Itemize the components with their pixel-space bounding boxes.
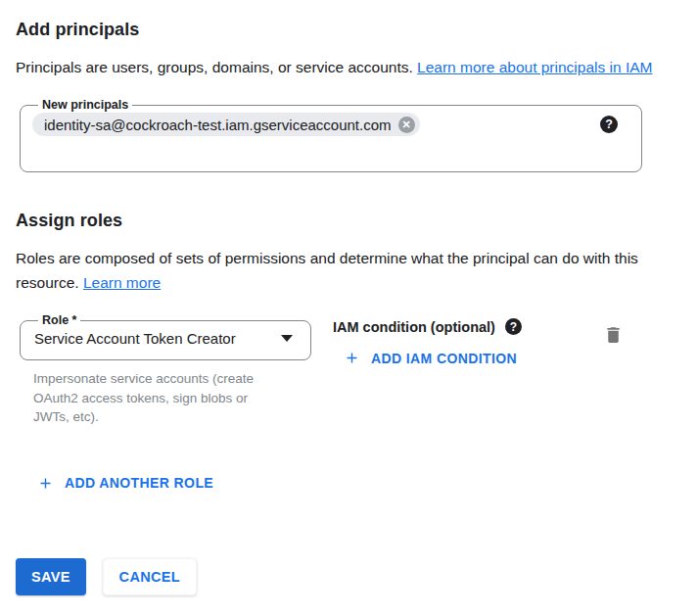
role-column: Role * Service Account Token Creator Imp… [16, 313, 311, 427]
principals-help-icon[interactable]: ? [600, 116, 618, 133]
principal-chip-text: identity-sa@cockroach-test.iam.gservicea… [44, 117, 392, 133]
principals-description-text: Principals are users, groups, domains, o… [16, 59, 417, 75]
new-principals-field[interactable]: New principals identity-sa@cockroach-tes… [20, 98, 642, 172]
add-iam-condition-label: ADD IAM CONDITION [371, 351, 517, 366]
role-row: Role * Service Account Token Creator Imp… [16, 313, 682, 427]
add-iam-condition-button[interactable]: ADD IAM CONDITION [344, 350, 517, 366]
page-title: Add principals [16, 20, 682, 40]
role-select[interactable]: Role * Service Account Token Creator [20, 313, 311, 360]
role-label: Role * [38, 313, 80, 327]
add-icon [344, 350, 360, 366]
add-another-role-label: ADD ANOTHER ROLE [65, 475, 213, 491]
add-another-role-button[interactable]: ADD ANOTHER ROLE [37, 475, 213, 492]
learn-more-principals-link[interactable]: Learn more about principals in IAM [417, 59, 652, 75]
delete-role-column [601, 313, 626, 351]
cancel-button[interactable]: CANCEL [103, 558, 197, 595]
assign-roles-title: Assign roles [16, 211, 682, 231]
add-icon [37, 475, 54, 492]
learn-more-roles-link[interactable]: Learn more [83, 274, 161, 291]
action-buttons: SAVE CANCEL [16, 558, 682, 595]
principal-chip: identity-sa@cockroach-test.iam.gservicea… [32, 113, 420, 136]
spacer [16, 172, 682, 211]
delete-icon [603, 324, 624, 346]
role-value-row: Service Account Token Creator [32, 327, 299, 359]
iam-condition-help-icon[interactable]: ? [505, 318, 522, 335]
chip-remove-icon[interactable]: ✕ [398, 117, 415, 133]
role-selected-value: Service Account Token Creator [34, 330, 236, 347]
add-principals-panel: Add principals Principals are users, gro… [0, 0, 698, 595]
new-principals-content: identity-sa@cockroach-test.iam.gservicea… [32, 112, 629, 136]
dropdown-arrow-icon [281, 335, 293, 342]
save-button[interactable]: SAVE [16, 558, 86, 595]
iam-condition-label: IAM condition (optional) [333, 319, 495, 335]
iam-condition-label-row: IAM condition (optional) ? [333, 318, 522, 335]
principals-description: Principals are users, groups, domains, o… [16, 55, 656, 79]
assign-roles-description: Roles are composed of sets of permission… [16, 246, 656, 295]
role-helper-text: Impersonate service accounts (create OAu… [33, 369, 286, 427]
new-principals-label: New principals [38, 98, 132, 112]
iam-condition-column: IAM condition (optional) ? ADD IAM CONDI… [333, 313, 522, 370]
delete-role-button[interactable] [601, 322, 626, 351]
